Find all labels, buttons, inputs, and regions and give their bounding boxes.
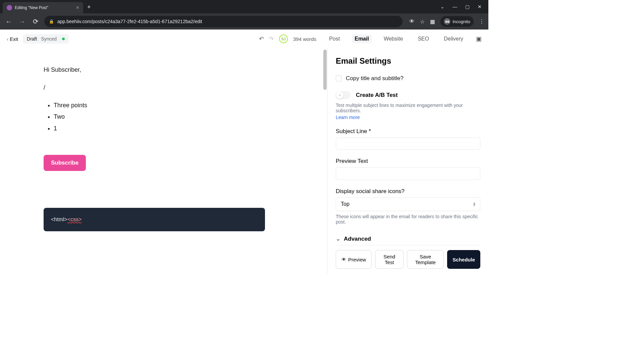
settings-tabs: Post Email Website SEO Delivery — [326, 35, 466, 43]
new-tab-button[interactable]: + — [87, 4, 91, 11]
address-bar: ← → ⟳ 🔒 app.beehiiv.com/posts/c24a3a77-2… — [0, 13, 488, 29]
minimize-icon[interactable]: ― — [452, 4, 457, 9]
editor-paragraph[interactable]: Hi Subscriber, — [44, 65, 272, 75]
checkbox-icon[interactable] — [336, 75, 342, 81]
subscribe-button[interactable]: Subscribe — [44, 155, 86, 171]
tab-delivery[interactable]: Delivery — [441, 35, 466, 43]
abtest-toggle-row: × Create A/B Test — [336, 91, 480, 99]
tab-email[interactable]: Email — [352, 35, 372, 43]
abtest-toggle[interactable]: × — [336, 91, 351, 99]
save-template-button[interactable]: Save Template — [407, 250, 444, 269]
chevron-left-icon: ‹ — [7, 36, 8, 42]
preview-text-label: Preview Text — [336, 158, 480, 165]
social-share-select[interactable]: Top ▴▾ — [336, 197, 480, 211]
subject-line-input[interactable] — [336, 137, 480, 150]
redo-button[interactable]: ↷ — [269, 35, 274, 43]
send-test-button[interactable]: Send Test — [375, 250, 404, 269]
extensions-icon[interactable]: ▦ — [430, 18, 435, 25]
tab-post[interactable]: Post — [326, 35, 342, 43]
incognito-icon: 🕶 — [444, 18, 450, 25]
toggle-panel-icon[interactable]: ▣ — [476, 35, 482, 43]
copy-title-checkbox-row[interactable]: Copy title and subtitle? — [336, 75, 480, 82]
reload-button[interactable]: ⟳ — [31, 17, 40, 25]
subject-line-label: Subject Line * — [336, 128, 480, 135]
scrollbar-thumb[interactable] — [323, 50, 327, 90]
select-value: Top — [341, 201, 350, 207]
draft-label: Draft — [27, 36, 37, 42]
code-block[interactable]: <html><css> — [44, 208, 265, 231]
maximize-icon[interactable]: ▢ — [465, 4, 470, 9]
browser-tab[interactable]: Editing "New Post" × — [3, 2, 83, 13]
preview-button[interactable]: 👁 Preview — [336, 250, 372, 269]
social-share-label: Display social share icons? — [336, 188, 480, 195]
sync-dot-icon — [62, 38, 65, 40]
editor-area[interactable]: Hi Subscriber, / Three points Two 1 Subs… — [0, 48, 327, 274]
favicon-icon — [7, 5, 12, 10]
forward-button[interactable]: → — [17, 18, 27, 25]
editor-bullet-list[interactable]: Three points Two 1 — [44, 101, 272, 133]
synced-label: Synced — [41, 36, 57, 42]
url-text: app.beehiiv.com/posts/c24a3a77-2fe2-415b… — [57, 19, 202, 24]
star-icon[interactable]: ☆ — [420, 18, 425, 25]
panel-footer: 👁 Preview Send Test Save Template Schedu… — [336, 245, 480, 274]
abtest-help-text: Test multiple subject lines to maximize … — [336, 103, 480, 113]
avatar-initials: SJ — [281, 37, 286, 41]
url-input[interactable]: 🔒 app.beehiiv.com/posts/c24a3a77-2fe2-41… — [44, 16, 402, 27]
checkbox-label: Copy title and subtitle? — [346, 75, 404, 82]
incognito-badge: 🕶 Incognito — [440, 16, 474, 27]
list-item[interactable]: Three points — [54, 101, 272, 110]
word-count: 394 words — [293, 36, 316, 42]
preview-text-input[interactable] — [336, 167, 480, 180]
window-controls: ⌄ ― ▢ ✕ — [440, 4, 488, 9]
eye-off-icon[interactable]: 👁 — [409, 18, 415, 24]
schedule-button[interactable]: Schedule — [447, 250, 480, 269]
close-tab-icon[interactable]: × — [76, 5, 79, 11]
email-settings-panel: Email Settings Copy title and subtitle? … — [327, 48, 488, 274]
list-item[interactable]: Two — [54, 112, 272, 122]
close-window-icon[interactable]: ✕ — [478, 4, 482, 9]
editor-paragraph[interactable]: / — [44, 83, 272, 93]
list-item[interactable]: 1 — [54, 124, 272, 133]
avatar[interactable]: SJ — [279, 35, 288, 43]
app-topbar: ‹ Exit Draft Synced ↶ ↷ SJ 394 words Pos… — [0, 29, 488, 48]
social-share-hint: These icons will appear in the email for… — [336, 214, 480, 225]
tab-seo[interactable]: SEO — [415, 35, 432, 43]
advanced-label: Advanced — [344, 236, 371, 242]
learn-more-link[interactable]: Learn more — [336, 115, 480, 120]
draft-status: Draft Synced — [23, 34, 69, 44]
chevron-down-icon[interactable]: ⌄ — [440, 4, 444, 9]
code-token: <css> — [67, 217, 82, 222]
eye-icon: 👁 — [341, 257, 346, 262]
menu-icon[interactable]: ⋮ — [479, 18, 484, 25]
panel-title: Email Settings — [336, 56, 480, 66]
abtest-label: Create A/B Test — [356, 92, 398, 99]
exit-label: Exit — [10, 36, 18, 42]
exit-button[interactable]: ‹ Exit — [7, 36, 18, 42]
code-token: <html> — [51, 217, 67, 222]
advanced-toggle[interactable]: ⌄ Advanced — [336, 233, 480, 245]
undo-button[interactable]: ↶ — [259, 35, 264, 43]
tab-title: Editing "New Post" — [15, 5, 73, 10]
back-button[interactable]: ← — [4, 18, 13, 25]
tab-website[interactable]: Website — [381, 35, 406, 43]
chevron-down-icon: ⌄ — [336, 235, 340, 242]
toggle-knob-icon: × — [336, 92, 343, 99]
browser-tab-strip: Editing "New Post" × + ⌄ ― ▢ ✕ — [0, 0, 488, 13]
select-chevrons-icon: ▴▾ — [473, 202, 475, 206]
preview-label: Preview — [348, 257, 366, 262]
incognito-label: Incognito — [452, 19, 470, 24]
lock-icon: 🔒 — [49, 19, 54, 24]
